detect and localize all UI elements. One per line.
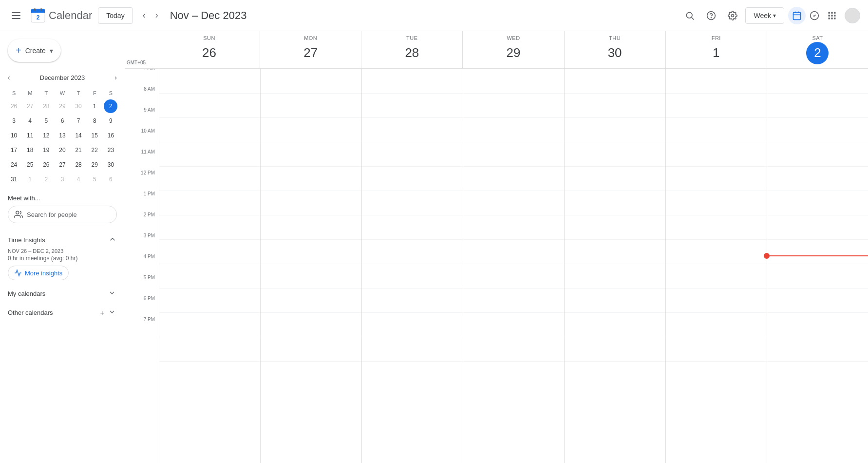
hour-cell[interactable] [159,361,260,386]
day-number[interactable]: 30 [604,42,626,64]
hour-cell[interactable] [565,337,665,361]
apps-button[interactable] [823,7,841,24]
hour-cell[interactable] [159,93,260,117]
hour-cell[interactable] [767,93,868,117]
hour-cell[interactable] [159,337,260,361]
mini-cal-day[interactable]: 2 [104,99,117,113]
hour-cell[interactable] [463,93,564,117]
add-other-calendar-button[interactable]: + [99,307,105,318]
hour-cell[interactable] [767,191,868,215]
hour-cell[interactable] [159,288,260,312]
hour-cell[interactable] [463,288,564,312]
hour-cell[interactable] [767,166,868,191]
hour-cell[interactable] [362,239,463,264]
user-avatar[interactable] [845,8,860,23]
mini-cal-day[interactable]: 3 [56,173,69,186]
hour-cell[interactable] [159,191,260,215]
hour-cell[interactable] [261,215,361,239]
hour-cell[interactable] [261,288,361,312]
mini-cal-day[interactable]: 14 [72,129,85,142]
hour-cell[interactable] [666,239,767,264]
hour-cell[interactable] [362,142,463,166]
hour-cell[interactable] [362,337,463,361]
hour-cell[interactable] [666,93,767,117]
mini-cal-day[interactable]: 20 [56,143,69,157]
hour-cell[interactable] [362,361,463,386]
mini-cal-day[interactable]: 30 [104,158,117,172]
prev-button[interactable]: ‹ [139,6,150,24]
hour-cell[interactable] [159,312,260,337]
hour-cell[interactable] [767,337,868,361]
view-selector[interactable]: Week ▾ [745,7,784,24]
mini-cal-day[interactable]: 21 [72,143,85,157]
mini-cal-day[interactable]: 10 [7,129,21,142]
hour-cell[interactable] [767,117,868,142]
day-number[interactable]: 1 [705,42,727,64]
day-number[interactable]: 29 [502,42,525,64]
hour-cell[interactable] [261,93,361,117]
hour-cell[interactable] [463,69,564,93]
hour-cell[interactable] [463,312,564,337]
hour-cell[interactable] [666,69,767,93]
hour-cell[interactable] [565,288,665,312]
tasks-view-button[interactable] [806,7,823,24]
day-column[interactable] [665,69,767,463]
hour-cell[interactable] [463,264,564,288]
mini-cal-day[interactable]: 1 [88,99,101,113]
day-number[interactable]: 28 [401,42,423,64]
hour-cell[interactable] [565,93,665,117]
hour-cell[interactable] [159,166,260,191]
mini-cal-day[interactable]: 6 [104,173,117,186]
mini-cal-day[interactable]: 31 [7,173,21,186]
hour-cell[interactable] [463,239,564,264]
collapse-time-insights-button[interactable] [108,235,117,245]
hour-cell[interactable] [565,312,665,337]
mini-cal-day[interactable]: 27 [23,99,37,113]
hour-cell[interactable] [261,312,361,337]
mini-cal-day[interactable]: 7 [72,114,85,128]
hour-cell[interactable] [463,142,564,166]
hour-cell[interactable] [159,215,260,239]
mini-cal-day[interactable]: 5 [39,114,53,128]
hour-cell[interactable] [565,239,665,264]
hour-cell[interactable] [666,142,767,166]
mini-cal-day[interactable]: 2 [39,173,53,186]
day-column[interactable] [361,69,463,463]
hour-cell[interactable] [261,361,361,386]
mini-cal-day[interactable]: 4 [23,114,37,128]
today-button[interactable]: Today [98,7,132,24]
mini-cal-day[interactable]: 27 [56,158,69,172]
hour-cell[interactable] [666,191,767,215]
hour-cell[interactable] [261,166,361,191]
mini-cal-day[interactable]: 3 [7,114,21,128]
mini-cal-prev-button[interactable]: ‹ [6,72,12,83]
mini-cal-day[interactable]: 18 [23,143,37,157]
mini-cal-next-button[interactable]: › [113,72,119,83]
hour-cell[interactable] [261,142,361,166]
hour-cell[interactable] [463,361,564,386]
hour-cell[interactable] [565,361,665,386]
hour-cell[interactable] [362,215,463,239]
mini-cal-day[interactable]: 30 [72,99,85,113]
hour-cell[interactable] [159,117,260,142]
hour-cell[interactable] [463,337,564,361]
other-calendars-header[interactable]: Other calendars + [4,303,121,322]
mini-cal-day[interactable]: 6 [56,114,69,128]
more-insights-button[interactable]: More insights [8,266,69,280]
search-button[interactable] [681,7,698,24]
calendar-view-button[interactable] [788,7,806,24]
hour-cell[interactable] [362,264,463,288]
mini-cal-day[interactable]: 8 [88,114,101,128]
day-column[interactable] [159,69,260,463]
day-column[interactable] [463,69,564,463]
mini-cal-day[interactable]: 25 [23,158,37,172]
hour-cell[interactable] [463,117,564,142]
mini-cal-day[interactable]: 1 [23,173,37,186]
hour-cell[interactable] [261,337,361,361]
hour-cell[interactable] [362,69,463,93]
hour-cell[interactable] [565,264,665,288]
hour-cell[interactable] [159,239,260,264]
mini-cal-day[interactable]: 28 [39,99,53,113]
hour-cell[interactable] [666,264,767,288]
hour-cell[interactable] [362,288,463,312]
